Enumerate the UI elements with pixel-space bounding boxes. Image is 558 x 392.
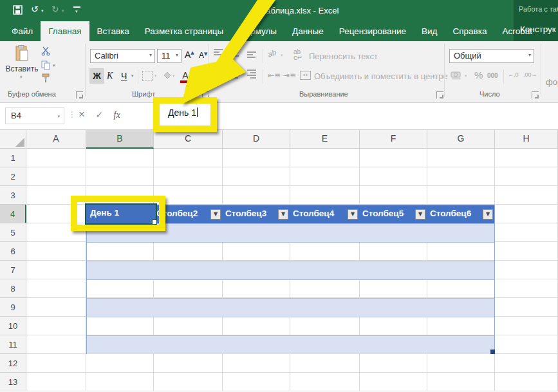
undo-dropdown-icon[interactable]: ▾ — [41, 8, 44, 14]
row-header-7[interactable]: 7 — [0, 261, 26, 279]
shrink-font-button[interactable]: А▼ — [199, 51, 207, 60]
customize-qat-arrow-icon[interactable]: ▾ — [75, 9, 78, 14]
cell-B1[interactable] — [86, 149, 154, 167]
row-header-8[interactable]: 8 — [0, 279, 26, 298]
tab-4[interactable]: Формулы — [231, 21, 284, 41]
cell-D3[interactable] — [223, 186, 290, 205]
cell-H9[interactable] — [495, 298, 558, 317]
undo-icon[interactable]: ↺ — [31, 5, 39, 14]
cell-E2[interactable] — [290, 167, 360, 186]
cell-D2[interactable] — [223, 167, 290, 186]
customize-qat-icon[interactable] — [73, 6, 80, 8]
table-resize-handle[interactable] — [490, 350, 495, 354]
font-color-dropdown-icon[interactable]: ▾ — [193, 73, 196, 79]
select-all-corner[interactable] — [0, 130, 26, 149]
row-header-5[interactable]: 5 — [0, 223, 26, 242]
cell-E12[interactable] — [290, 354, 360, 373]
cell-F12[interactable] — [360, 354, 427, 373]
fill-handle[interactable] — [152, 219, 157, 225]
tab-8[interactable]: Справка — [445, 21, 494, 41]
cell-D1[interactable] — [223, 149, 290, 167]
cell-A7[interactable] — [26, 261, 86, 279]
font-size-combo[interactable]: 11 ▾ — [157, 49, 181, 63]
cell-B12[interactable] — [86, 354, 154, 373]
cell-A13[interactable] — [26, 373, 86, 391]
tab-file[interactable]: Файл — [4, 21, 41, 41]
underline-button[interactable]: Ч — [121, 71, 127, 81]
tab-6[interactable]: Рецензирование — [331, 21, 414, 41]
column-header-E[interactable]: E — [290, 130, 360, 149]
cell-B13[interactable] — [86, 373, 154, 391]
number-format-combo[interactable]: Общий ▾ — [449, 49, 534, 63]
edited-cell-b4[interactable]: День 1 — [85, 203, 157, 225]
cell-E3[interactable] — [290, 186, 360, 205]
cut-icon[interactable] — [41, 46, 51, 56]
cell-H5[interactable] — [495, 223, 558, 242]
grow-font-button[interactable]: А▲ — [185, 50, 194, 60]
filter-button-E4[interactable]: ▼ — [348, 209, 358, 219]
cell-H2[interactable] — [495, 167, 558, 186]
cell-F2[interactable] — [360, 167, 427, 186]
copy-dropdown-icon[interactable]: ▾ — [53, 63, 55, 68]
cell-F1[interactable] — [360, 149, 427, 167]
filter-button-C4[interactable]: ▼ — [210, 209, 221, 219]
cell-A11[interactable] — [26, 335, 86, 354]
cell-H8[interactable] — [495, 279, 558, 298]
row-header-9[interactable]: 9 — [0, 298, 26, 317]
font-color-button[interactable]: А — [180, 70, 191, 83]
cell-B2[interactable] — [86, 167, 154, 186]
tab-3[interactable]: Разметка страницы — [137, 21, 231, 41]
cell-G2[interactable] — [427, 167, 495, 186]
tab-9[interactable]: Acrobat — [494, 21, 540, 41]
cell-H13[interactable] — [495, 373, 558, 391]
copy-icon[interactable] — [41, 61, 51, 70]
row-header-2[interactable]: 2 — [0, 167, 26, 186]
tab-7[interactable]: Вид — [414, 21, 445, 41]
cell-A2[interactable] — [26, 167, 86, 186]
cell-F13[interactable] — [360, 373, 427, 391]
row-header-3[interactable]: 3 — [0, 186, 26, 205]
name-box[interactable]: B4 ▾ — [5, 107, 64, 124]
tab-5[interactable]: Данные — [284, 21, 331, 41]
formula-bar-splitter[interactable]: ⋮ — [68, 110, 76, 119]
cell-C2[interactable] — [154, 167, 223, 186]
row-header-1[interactable]: 1 — [0, 149, 26, 167]
row-header-13[interactable]: 13 — [0, 373, 26, 391]
number-format-dropdown-icon[interactable]: ▾ — [528, 52, 531, 58]
cell-D13[interactable] — [223, 373, 290, 391]
row-header-10[interactable]: 10 — [0, 317, 26, 335]
save-icon[interactable] — [13, 5, 23, 15]
cell-A1[interactable] — [26, 149, 86, 167]
cell-H11[interactable] — [495, 335, 558, 354]
italic-button[interactable]: К — [107, 71, 113, 81]
row-header-6[interactable]: 6 — [0, 242, 26, 261]
cell-C1[interactable] — [154, 149, 223, 167]
cell-H7[interactable] — [495, 261, 558, 279]
cell-A8[interactable] — [26, 279, 86, 298]
alignment-dialog-launcher[interactable] — [436, 91, 443, 98]
name-box-dropdown-icon[interactable]: ▾ — [57, 114, 60, 119]
cell-F3[interactable] — [360, 186, 427, 205]
row-header-12[interactable]: 12 — [0, 354, 26, 373]
column-header-C[interactable]: C — [154, 130, 223, 149]
format-painter-icon[interactable] — [41, 73, 51, 83]
cell-C12[interactable] — [154, 354, 223, 373]
insert-function-icon[interactable]: fx — [114, 110, 120, 120]
underline-dropdown-icon[interactable]: ▾ — [131, 73, 134, 79]
font-name-dropdown-icon[interactable]: ▾ — [149, 52, 152, 58]
tab-1[interactable]: Главная — [41, 21, 89, 41]
cell-A10[interactable] — [26, 317, 86, 335]
cell-A6[interactable] — [26, 242, 86, 261]
font-name-combo[interactable]: Calibri ▾ — [90, 49, 155, 63]
column-header-H[interactable]: H — [495, 130, 558, 149]
cell-A12[interactable] — [26, 354, 86, 373]
enter-icon[interactable]: ✓ — [95, 109, 103, 120]
bold-button[interactable]: Ж — [89, 68, 104, 84]
column-header-A[interactable]: A — [26, 130, 86, 149]
tab-2[interactable]: Вставка — [89, 21, 137, 41]
column-header-F[interactable]: F — [360, 130, 427, 149]
filter-button-G4[interactable]: ▼ — [483, 209, 493, 219]
cell-H10[interactable] — [495, 317, 558, 335]
cell-G3[interactable] — [427, 186, 495, 205]
cell-H6[interactable] — [495, 242, 558, 261]
